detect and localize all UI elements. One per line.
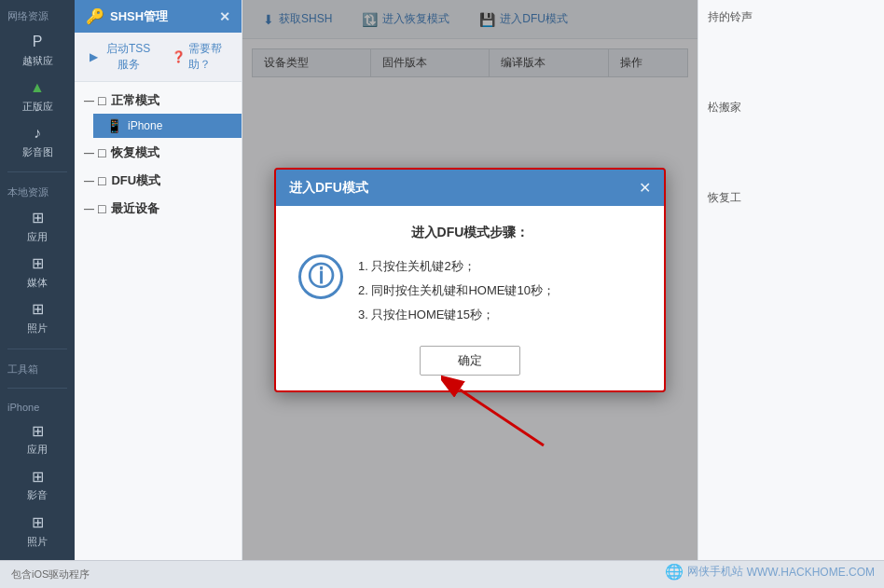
sidebar-item-media-local[interactable]: ⊞ 媒体 (0, 249, 75, 294)
app-window: 网络资源 P 越狱应 ▲ 正版应 ♪ 影音图 本地资源 ⊞ (0, 0, 884, 588)
dfu-modal-close-button[interactable]: ✕ (639, 179, 651, 197)
watermark-icon: 🌐 (665, 563, 684, 581)
normal-mode-icon: □ (98, 93, 105, 108)
shsh-panel-title: SHSH管理 (110, 8, 168, 25)
sidebar-divider-2 (7, 349, 67, 349)
sidebar-item-label-media-net: 影音图 (22, 145, 53, 158)
help-label: 需要帮助？ (188, 41, 232, 73)
sidebar-item-label-media-local: 媒体 (27, 276, 48, 289)
sidebar-item-upgrade[interactable]: ▲ 正版应 (0, 73, 75, 118)
mode-header-recent[interactable]: — □ 最近设备 (75, 196, 242, 222)
iphone-apps-icon: ⊞ (32, 422, 44, 442)
help-icon: ❓ (172, 50, 186, 63)
sidebar-section-title-local: 本地资源 (0, 184, 75, 203)
mode-child-iphone[interactable]: 📱 iPhone (93, 114, 242, 138)
app-body: 网络资源 P 越狱应 ▲ 正版应 ♪ 影音图 本地资源 ⊞ (0, 0, 884, 560)
iphone-media-icon: ⊞ (32, 468, 44, 487)
mode-list: — □ 正常模式 📱 iPhone — □ (75, 82, 242, 560)
dfu-steps: 1. 只按住关机键2秒； 2. 同时按住关机键和HOME键10秒； 3. 只按住… (358, 254, 555, 327)
sidebar-item-label-photos-local: 照片 (27, 321, 48, 335)
collapse-icon-dfu: — (84, 175, 94, 186)
sidebar: 网络资源 P 越狱应 ▲ 正版应 ♪ 影音图 本地资源 ⊞ (0, 0, 75, 560)
sidebar-item-iphone-photos[interactable]: ⊞ 照片 (0, 508, 75, 554)
bottom-bar: 包含iOS驱动程序 🌐 网侠手机站 WWW.HACKHOME.COM (0, 560, 884, 588)
play-icon: ▶ (90, 50, 98, 63)
iphone-device-icon: 📱 (106, 118, 122, 133)
media-net-icon: ♪ (34, 124, 41, 144)
collapse-icon-recent: — (84, 203, 94, 214)
shsh-panel-toolbar: ▶ 启动TSS服务 ❓ 需要帮助？ (75, 33, 242, 82)
dfu-modal-content: ⓘ 1. 只按住关机键2秒； 2. 同时按住关机键和HOME键10秒； 3. 只… (298, 254, 642, 327)
normal-mode-children: 📱 iPhone (75, 114, 242, 138)
dfu-mode-label: DFU模式 (111, 172, 160, 189)
shsh-panel-close-button[interactable]: ✕ (219, 9, 230, 24)
dfu-modal-body-title: 进入DFU模式步骤： (298, 225, 642, 241)
sidebar-section-iphone: iPhone ⊞ 应用 ⊞ 影音 ⊞ 照片 ⊞ 图书 ⊞ (0, 392, 75, 560)
recovery-mode-label: 恢复模式 (111, 144, 159, 161)
recent-mode-icon: □ (98, 201, 105, 216)
sidebar-item-label-apps-local: 应用 (27, 230, 48, 243)
sidebar-item-label-iphone-media: 影音 (27, 488, 48, 501)
dfu-modal-footer: 确定 (298, 346, 642, 376)
recovery-mode-icon: □ (98, 145, 105, 160)
sidebar-section-title-toolbox: 工具箱 (0, 361, 75, 380)
collapse-icon-recovery: — (84, 147, 94, 158)
shsh-header-icon: 🔑 (86, 7, 104, 25)
main-content: ⬇ 获取SHSH 🔃 进入恢复模式 💾 进入DFU模式 设备类型 (242, 0, 698, 560)
sidebar-section-title-network: 网络资源 (0, 7, 75, 27)
right-panel-content-1: 持的铃声 (708, 9, 875, 25)
dfu-step-1: 1. 只按住关机键2秒； (358, 254, 555, 279)
dfu-modal-header: 进入DFU模式 ✕ (276, 170, 664, 206)
tss-button-label: 启动TSS服务 (102, 41, 155, 73)
sidebar-divider-1 (7, 171, 67, 172)
bottom-bar-content: 包含iOS驱动程序 (11, 567, 90, 581)
right-panel-content-2: 松搬家 (708, 100, 875, 116)
watermark-url: WWW.HACKHOME.COM (747, 566, 875, 579)
sidebar-item-label-iphone-apps: 应用 (27, 443, 48, 456)
watermark-site: 网侠手机站 (687, 564, 743, 580)
sidebar-section-local: 本地资源 ⊞ 应用 ⊞ 媒体 ⊞ 照片 (0, 176, 75, 344)
sidebar-section-title-iphone: iPhone (0, 400, 75, 417)
shsh-panel-header: 🔑 SHSH管理 ✕ (75, 0, 242, 33)
sidebar-item-iphone-media[interactable]: ⊞ 影音 (0, 462, 75, 508)
sidebar-item-photos-local[interactable]: ⊞ 照片 (0, 294, 75, 340)
sidebar-item-media-net[interactable]: ♪ 影音图 (0, 118, 75, 164)
collapse-icon-normal: — (84, 95, 94, 106)
sidebar-item-iphone-apps[interactable]: ⊞ 应用 (0, 417, 75, 462)
recent-mode-label: 最近设备 (111, 200, 159, 217)
sidebar-item-jailbreak[interactable]: P 越狱应 (0, 27, 75, 73)
mode-group-recovery: — □ 恢复模式 (75, 140, 242, 166)
dfu-mode-icon: □ (98, 173, 105, 188)
iphone-photos-icon: ⊞ (32, 513, 44, 533)
sidebar-item-iphone-books[interactable]: ⊞ 图书 (0, 554, 75, 560)
modal-overlay: 进入DFU模式 ✕ 进入DFU模式步骤： ⓘ 1. 只按住关机键2秒； 2. 同… (242, 0, 698, 560)
mode-header-normal[interactable]: — □ 正常模式 (75, 88, 242, 114)
sidebar-section-toolbox: 工具箱 (0, 353, 75, 384)
media-local-icon: ⊞ (32, 254, 44, 274)
mode-header-dfu[interactable]: — □ DFU模式 (75, 168, 242, 194)
sidebar-item-label-upgrade: 正版应 (22, 100, 53, 113)
tss-start-button[interactable]: ▶ 启动TSS服务 (84, 38, 160, 75)
watermark: 🌐 网侠手机站 WWW.HACKHOME.COM (665, 563, 875, 581)
dfu-modal-body: 进入DFU模式步骤： ⓘ 1. 只按住关机键2秒； 2. 同时按住关机键和HOM… (276, 206, 664, 390)
sidebar-item-label-iphone-photos: 照片 (27, 535, 48, 548)
photos-local-icon: ⊞ (32, 300, 44, 320)
jailbreak-icon: P (33, 33, 43, 52)
svg-line-1 (460, 390, 544, 445)
help-link[interactable]: ❓ 需要帮助？ (172, 41, 232, 73)
sidebar-item-label-jailbreak: 越狱应 (22, 54, 53, 67)
right-panel-content-3: 恢复工 (708, 190, 875, 206)
sidebar-item-apps-local[interactable]: ⊞ 应用 (0, 203, 75, 249)
apps-local-icon: ⊞ (32, 209, 44, 228)
dfu-step-2: 2. 同时按住关机键和HOME键10秒； (358, 279, 555, 303)
upgrade-icon: ▲ (30, 78, 45, 98)
dfu-modal: 进入DFU模式 ✕ 进入DFU模式步骤： ⓘ 1. 只按住关机键2秒； 2. 同… (274, 168, 666, 392)
sidebar-section-network: 网络资源 P 越狱应 ▲ 正版应 ♪ 影音图 (0, 0, 75, 168)
mode-group-recent: — □ 最近设备 (75, 196, 242, 222)
mode-header-recovery[interactable]: — □ 恢复模式 (75, 140, 242, 166)
sidebar-divider-3 (7, 388, 67, 389)
mode-group-dfu: — □ DFU模式 (75, 168, 242, 194)
right-panel: 持的铃声 松搬家 恢复工 (698, 0, 884, 560)
info-icon: ⓘ (298, 254, 343, 299)
confirm-button[interactable]: 确定 (420, 346, 520, 376)
